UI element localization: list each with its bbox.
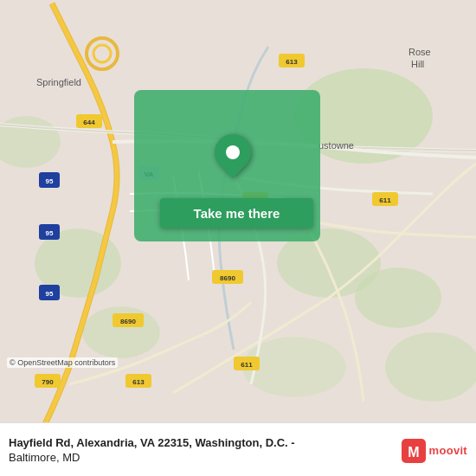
pin-icon	[207, 126, 258, 177]
info-bar: Hayfield Rd, Alexandria, VA 22315, Washi…	[0, 422, 476, 476]
svg-text:644: 644	[83, 119, 95, 126]
svg-text:95: 95	[46, 177, 54, 185]
svg-text:95: 95	[46, 290, 54, 298]
moovit-brand-name: moovit	[429, 444, 467, 457]
svg-text:790: 790	[42, 378, 54, 386]
svg-text:Hill: Hill	[411, 59, 424, 69]
take-me-there-button[interactable]: Take me there	[160, 198, 313, 228]
app: 95 95 95 613 644 613 611 8690 8690	[0, 0, 476, 476]
moovit-icon: M	[402, 439, 426, 463]
svg-text:M: M	[408, 445, 419, 460]
address-line2: Baltimore, MD	[9, 451, 402, 466]
svg-text:Springfield: Springfield	[36, 77, 81, 87]
address-line1: Hayfield Rd, Alexandria, VA 22315, Washi…	[9, 436, 402, 451]
svg-text:ustowne: ustowne	[318, 140, 354, 151]
svg-text:8690: 8690	[120, 318, 136, 325]
svg-text:95: 95	[46, 229, 54, 237]
svg-text:8690: 8690	[220, 274, 235, 282]
map-attribution: © OpenStreetMap contributors	[7, 357, 118, 368]
svg-point-7	[385, 332, 476, 402]
moovit-logo: M moovit	[402, 439, 467, 463]
address-block: Hayfield Rd, Alexandria, VA 22315, Washi…	[9, 436, 402, 466]
map-container: 95 95 95 613 644 613 611 8690 8690	[0, 0, 476, 422]
svg-text:611: 611	[241, 361, 253, 369]
svg-text:611: 611	[379, 196, 391, 204]
svg-point-3	[355, 267, 441, 328]
location-pin	[215, 134, 251, 170]
svg-text:613: 613	[286, 58, 298, 66]
svg-text:Rose: Rose	[408, 47, 431, 57]
svg-text:613: 613	[132, 378, 145, 386]
